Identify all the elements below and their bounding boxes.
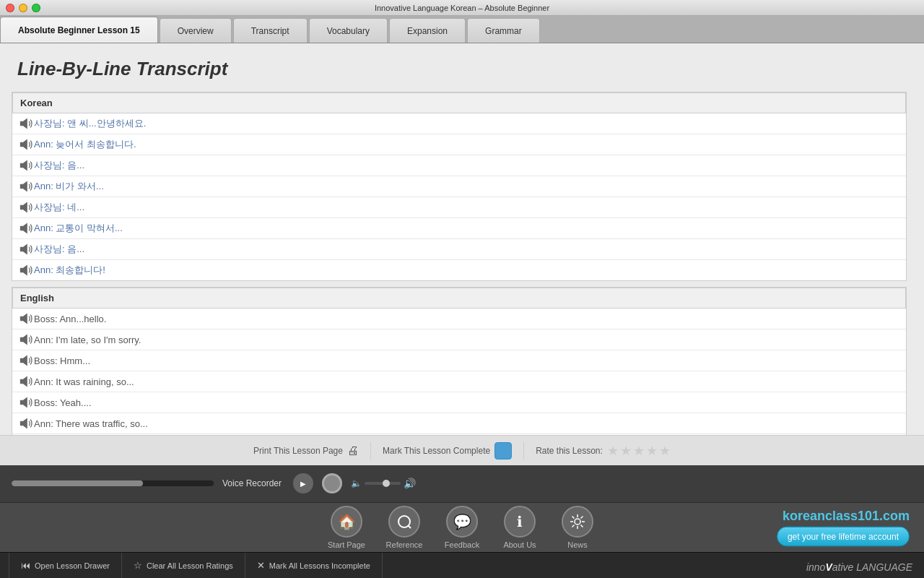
mark-incomplete-button[interactable]: ✕ Mark All Lessons Incomplete — [245, 553, 383, 578]
speaker-icon[interactable] — [19, 242, 34, 256]
speaker-icon[interactable] — [19, 353, 34, 368]
speaker-icon[interactable] — [19, 137, 34, 152]
transcript-row: Ann: 늦어서 최송합니다. — [12, 134, 906, 155]
svg-rect-12 — [20, 400, 23, 405]
tab-bar: Absolute Beginner Lesson 15 Overview Tra… — [0, 16, 924, 43]
svg-rect-5 — [20, 226, 23, 231]
close-button[interactable] — [6, 4, 14, 12]
star-1[interactable]: ★ — [607, 443, 619, 459]
bottom-toolbar: ⏮ Open Lesson Drawer ☆ Clear All Lesson … — [0, 552, 924, 578]
transcript-row: Ann: I'm late, so I'm sorry. — [12, 329, 906, 350]
svg-rect-0 — [20, 121, 23, 126]
rate-item: Rate this Lesson: ★ ★ ★ ★ ★ — [536, 443, 671, 459]
speaker-icon[interactable] — [19, 158, 34, 173]
star-4[interactable]: ★ — [646, 443, 658, 459]
nav-bar: 🏠 Start Page Reference 💬 Feedback ℹ Abou… — [0, 503, 924, 552]
record-button[interactable] — [322, 473, 342, 493]
korean-lines: 사장님: 앤 씨...안녕하세요. Ann: 늦어서 최송합니다. 사장님: 음… — [12, 113, 906, 280]
transcript-text: Ann: 교통이 막혀서... — [34, 222, 123, 235]
open-lesson-drawer-button[interactable]: ⏮ Open Lesson Drawer — [9, 553, 122, 578]
svg-rect-13 — [20, 421, 23, 426]
print-icon[interactable]: 🖨 — [347, 444, 359, 457]
complete-label: Mark This Lesson Complete — [383, 446, 490, 456]
tab-expansion[interactable]: Expansion — [389, 18, 466, 43]
volume-slider[interactable]: 🔈 🔊 — [351, 478, 416, 489]
tab-grammar[interactable]: Grammar — [467, 18, 540, 43]
reference-icon — [388, 506, 420, 538]
rate-label: Rate this Lesson: — [536, 446, 603, 456]
speaker-icon[interactable] — [19, 374, 34, 389]
volume-handle[interactable] — [383, 480, 390, 487]
svg-rect-2 — [20, 163, 23, 168]
transcript-row: Boss: Hmm... — [12, 434, 906, 435]
transcript-row: Ann: 비가 와서... — [12, 176, 906, 197]
transcript-row: Ann: 최송합니다! — [12, 260, 906, 280]
brand-cta-button[interactable]: get your free lifetime account — [777, 526, 910, 546]
news-icon — [562, 506, 593, 538]
tab-transcript[interactable]: Transcript — [233, 18, 308, 43]
svg-rect-11 — [20, 379, 23, 384]
volume-high-icon: 🔊 — [404, 478, 416, 489]
complete-toggle[interactable] — [494, 442, 512, 460]
star-2[interactable]: ★ — [620, 443, 632, 459]
star-5[interactable]: ★ — [659, 443, 671, 459]
maximize-button[interactable] — [32, 4, 40, 12]
tab-lesson[interactable]: Absolute Beginner Lesson 15 — [0, 17, 158, 43]
minimize-button[interactable] — [19, 4, 27, 12]
speaker-icon[interactable] — [19, 263, 34, 277]
main-window: Absolute Beginner Lesson 15 Overview Tra… — [0, 16, 924, 578]
x-icon: ✕ — [257, 560, 265, 571]
nav-item-feedback[interactable]: 💬 Feedback — [433, 506, 491, 549]
bottom-brand: innoVative LANGUAGE — [806, 561, 912, 574]
speaker-icon[interactable] — [19, 221, 34, 236]
speaker-icon[interactable] — [19, 416, 34, 431]
transcript-text: Ann: I'm late, so I'm sorry. — [34, 335, 141, 345]
transcript-row: Boss: Ann...hello. — [12, 309, 906, 329]
korean-header: Korean — [12, 92, 906, 113]
svg-rect-8 — [20, 316, 23, 322]
transcript-text: Ann: 최송합니다! — [34, 264, 105, 277]
speaker-icon[interactable] — [19, 311, 34, 326]
clear-ratings-button[interactable]: ☆ Clear All Lesson Ratings — [122, 553, 245, 578]
window-controls — [6, 4, 40, 12]
transcript-row: 사장님: 네... — [12, 197, 906, 218]
transcript-text: 사장님: 음... — [34, 159, 84, 172]
transcript-text: Ann: There was traffic, so... — [34, 418, 148, 429]
nav-item-reference[interactable]: Reference — [375, 506, 433, 549]
speaker-icon[interactable] — [19, 116, 34, 131]
window-title: Innovative Language Korean – Absolute Be… — [375, 4, 549, 12]
speaker-icon[interactable] — [19, 179, 34, 194]
nav-item-news[interactable]: News — [549, 506, 606, 549]
transcript-text: Boss: Hmm... — [34, 355, 90, 366]
nav-item-start-page[interactable]: 🏠 Start Page — [318, 506, 375, 549]
progress-bar[interactable] — [12, 480, 214, 486]
play-button[interactable]: ▶ — [293, 473, 313, 493]
svg-line-24 — [581, 525, 583, 527]
brand-name-part2: class101.com — [825, 508, 910, 522]
transcript-text: Boss: Ann...hello. — [34, 314, 106, 324]
svg-line-17 — [408, 525, 411, 528]
transcript-text: Ann: 늦어서 최송합니다. — [34, 138, 136, 151]
brand-area: koreanclass101.com get your free lifetim… — [777, 508, 910, 546]
start-page-icon: 🏠 — [331, 506, 362, 538]
speaker-icon[interactable] — [19, 200, 34, 215]
about-us-icon: ℹ — [504, 506, 536, 538]
speaker-icon[interactable] — [19, 332, 34, 347]
complete-item: Mark This Lesson Complete — [383, 442, 512, 460]
speaker-icon[interactable] — [19, 395, 34, 410]
star-rating[interactable]: ★ ★ ★ ★ ★ — [607, 443, 671, 459]
title-bar: Innovative Language Korean – Absolute Be… — [0, 0, 924, 16]
tab-overview[interactable]: Overview — [160, 18, 232, 43]
svg-rect-1 — [20, 142, 23, 147]
transcript-scroll[interactable]: Korean 사장님: 앤 씨...안녕하세요. Ann: 늦어서 최송합니다.… — [0, 92, 924, 435]
voice-recorder-label: Voice Recorder — [222, 478, 282, 488]
transcript-row: Ann: It was raining, so... — [12, 371, 906, 392]
volume-track[interactable] — [365, 482, 401, 485]
feedback-icon: 💬 — [446, 506, 478, 538]
tab-vocabulary[interactable]: Vocabulary — [309, 18, 388, 43]
brand-name-part1: korean — [783, 508, 825, 522]
clear-ratings-label: Clear All Lesson Ratings — [147, 561, 233, 570]
transcript-row: 사장님: 음... — [12, 155, 906, 176]
nav-item-about-us[interactable]: ℹ About Us — [491, 506, 549, 549]
star-3[interactable]: ★ — [633, 443, 645, 459]
